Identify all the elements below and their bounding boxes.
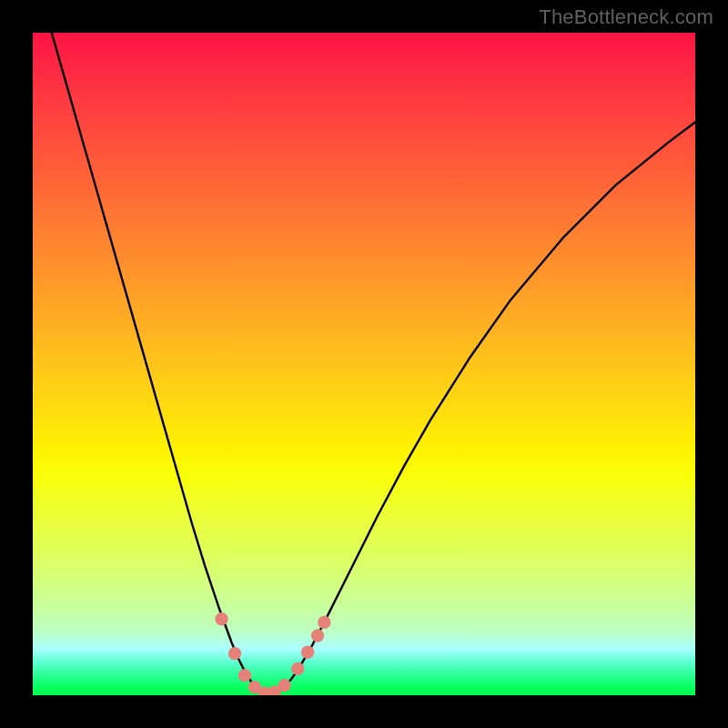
curve-marker xyxy=(215,612,228,625)
curve-marker xyxy=(318,616,330,629)
curve-markers xyxy=(215,612,330,695)
chart-frame: TheBottleneck.com xyxy=(0,0,728,728)
curve-marker xyxy=(301,645,314,658)
curve-marker xyxy=(278,679,290,692)
curve-marker xyxy=(311,629,324,642)
watermark-text: TheBottleneck.com xyxy=(539,5,713,29)
curve-marker xyxy=(291,662,304,675)
curve-svg xyxy=(33,33,695,695)
curve-marker xyxy=(238,669,251,682)
curve-marker xyxy=(228,647,241,660)
bottleneck-curve xyxy=(33,33,695,693)
plot-area xyxy=(33,33,695,695)
